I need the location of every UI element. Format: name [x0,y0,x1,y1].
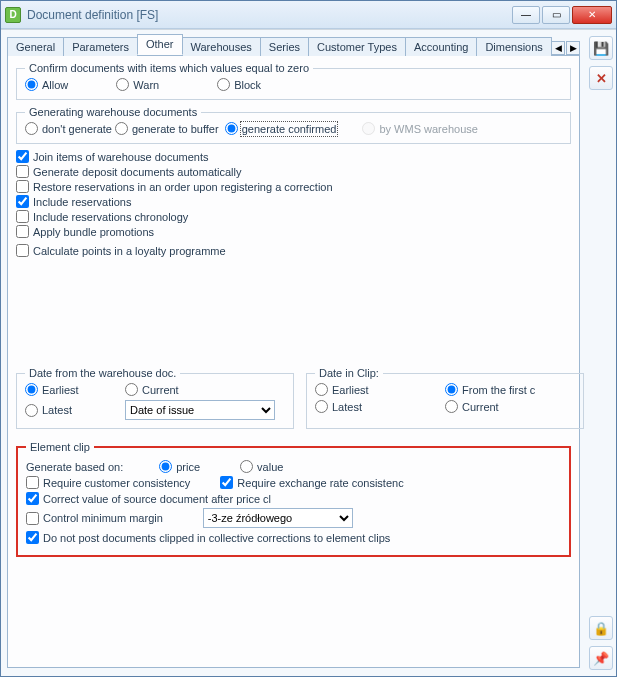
opt-join-check[interactable] [16,150,29,163]
date-clip-from-first[interactable]: From the first c [445,383,575,396]
date-wh-current[interactable]: Current [125,383,285,396]
gen-wms: by WMS warehouse [362,122,477,135]
ec-req-customer-check[interactable] [26,476,39,489]
cancel-button[interactable]: ✕ [589,66,613,90]
tab-scroll-left[interactable]: ◀ [551,41,565,55]
ec-margin-select[interactable]: -3-ze źródłowego [203,508,353,528]
date-clip-latest[interactable]: Latest [315,400,445,413]
ec-req-exch[interactable]: Require exchange rate consistenc [220,476,403,489]
ec-req-customer-label: Require customer consistency [43,477,190,489]
confirm-block-radio[interactable] [217,78,230,91]
tab-dimensions[interactable]: Dimensions [476,37,551,56]
ec-ctrl-margin[interactable]: Control minimum margin [26,512,163,525]
date-clip-latest-radio[interactable] [315,400,328,413]
gen-wh-legend: Generating warehouse documents [25,106,201,118]
tab-series[interactable]: Series [260,37,309,56]
gen-dont[interactable]: don't generate [25,122,112,135]
ec-correct-value[interactable]: Correct value of source document after p… [26,492,271,505]
ec-ctrl-margin-check[interactable] [26,512,39,525]
date-wh-earliest-radio[interactable] [25,383,38,396]
ec-value-radio[interactable] [240,460,253,473]
confirm-block-label: Block [234,79,261,91]
window-buttons: — ▭ ✕ [512,6,612,24]
date-clip-earliest[interactable]: Earliest [315,383,445,396]
opt-bundle[interactable]: Apply bundle promotions [16,225,571,238]
window-title: Document definition [FS] [27,8,512,22]
opt-loyalty[interactable]: Calculate points in a loyalty programme [16,244,571,257]
confirm-allow[interactable]: Allow [25,78,68,91]
opt-deposit-label: Generate deposit documents automatically [33,166,242,178]
confirm-warn[interactable]: Warn [116,78,159,91]
gen-buffer-radio[interactable] [115,122,128,135]
tab-warehouses[interactable]: Warehouses [182,37,261,56]
opt-bundle-check[interactable] [16,225,29,238]
save-button[interactable]: 💾 [589,36,613,60]
confirm-block[interactable]: Block [217,78,261,91]
date-clip-from-first-label: From the first c [462,384,535,396]
ec-correct-value-check[interactable] [26,492,39,505]
date-wh-latest[interactable]: Latest [25,404,125,417]
opt-include-res[interactable]: Include reservations [16,195,571,208]
gen-buffer[interactable]: generate to buffer [115,122,219,135]
date-clip-group: Date in Clip: Earliest From the first c … [306,367,584,429]
tab-scroll-right[interactable]: ▶ [566,41,580,55]
tab-accounting[interactable]: Accounting [405,37,477,56]
tab-general[interactable]: General [7,37,64,56]
date-wh-current-label: Current [142,384,179,396]
ec-ctrl-margin-label: Control minimum margin [43,512,163,524]
minimize-button[interactable]: — [512,6,540,24]
opt-restore-check[interactable] [16,180,29,193]
opt-deposit[interactable]: Generate deposit documents automatically [16,165,571,178]
maximize-button[interactable]: ▭ [542,6,570,24]
opt-restore[interactable]: Restore reservations in an order upon re… [16,180,571,193]
ec-req-exch-check[interactable] [220,476,233,489]
date-wh-latest-radio[interactable] [25,404,38,417]
element-clip-group: Element clip Generate based on: price va… [16,441,571,557]
ec-value[interactable]: value [240,460,283,473]
tab-other[interactable]: Other [137,34,183,55]
opt-loyalty-check[interactable] [16,244,29,257]
ec-req-customer[interactable]: Require customer consistency [26,476,190,489]
confirm-warn-radio[interactable] [116,78,129,91]
date-clip-earliest-label: Earliest [332,384,369,396]
ec-price-radio[interactable] [159,460,172,473]
tab-customer-types[interactable]: Customer Types [308,37,406,56]
gen-wh-group: Generating warehouse documents don't gen… [16,106,571,144]
opt-include-chron[interactable]: Include reservations chronology [16,210,571,223]
date-wh-select[interactable]: Date of issue [125,400,275,420]
gen-confirmed-radio[interactable] [225,122,238,135]
tab-nav: ◀ ▶ [551,41,580,55]
date-wh-earliest[interactable]: Earliest [25,383,125,396]
ec-price[interactable]: price [159,460,200,473]
ec-no-post-check[interactable] [26,531,39,544]
date-clip-earliest-radio[interactable] [315,383,328,396]
date-wh-earliest-label: Earliest [42,384,79,396]
confirm-zero-group: Confirm documents with items which value… [16,62,571,100]
pin-button[interactable]: 📌 [589,646,613,670]
opt-include-res-label: Include reservations [33,196,131,208]
opt-include-chron-check[interactable] [16,210,29,223]
opt-include-res-check[interactable] [16,195,29,208]
tab-parameters[interactable]: Parameters [63,37,138,56]
date-clip-current-radio[interactable] [445,400,458,413]
confirm-allow-radio[interactable] [25,78,38,91]
opt-loyalty-label: Calculate points in a loyalty programme [33,245,226,257]
confirm-allow-label: Allow [42,79,68,91]
close-button[interactable]: ✕ [572,6,612,24]
opt-include-chron-label: Include reservations chronology [33,211,188,223]
opt-deposit-check[interactable] [16,165,29,178]
ec-no-post[interactable]: Do not post documents clipped in collect… [26,531,390,544]
confirm-zero-legend: Confirm documents with items which value… [25,62,313,74]
gen-confirmed[interactable]: generate confirmed [225,122,337,135]
date-clip-from-first-radio[interactable] [445,383,458,396]
date-groups: Date from the warehouse doc. Earliest Cu… [16,367,571,435]
gen-dont-label: don't generate [42,123,112,135]
date-wh-current-radio[interactable] [125,383,138,396]
gen-dont-radio[interactable] [25,122,38,135]
date-clip-current[interactable]: Current [445,400,575,413]
opt-join[interactable]: Join items of warehouse documents [16,150,571,163]
lock-button[interactable]: 🔒 [589,616,613,640]
options-stack: Join items of warehouse documents Genera… [16,150,571,257]
date-wh-latest-label: Latest [42,404,72,416]
save-icon: 💾 [593,41,609,56]
